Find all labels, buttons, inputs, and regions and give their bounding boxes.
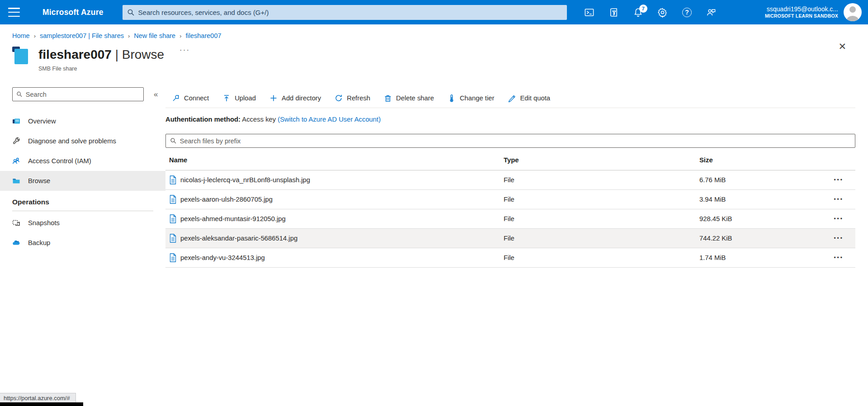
file-icon [169,175,177,184]
azure-brand[interactable]: Microsoft Azure [42,8,104,17]
auth-label: Authentication method: [165,116,241,123]
feedback-icon[interactable] [706,7,717,18]
file-prefix-search-input[interactable] [180,137,851,145]
top-bar-icons: 7 ? [584,7,717,18]
edit-quota-button[interactable]: Edit quota [502,91,556,105]
file-icon [169,234,177,243]
plus-icon [269,94,278,102]
connect-button[interactable]: Connect [166,91,214,105]
file-type: File [504,254,699,261]
sidebar-item-snapshots[interactable]: Snapshots [0,213,165,233]
global-search[interactable] [123,5,567,20]
upload-icon [222,94,231,102]
directory-filter-icon[interactable] [609,7,619,18]
row-menu-icon[interactable]: ••• [817,177,855,183]
cloud-shell-icon[interactable] [584,7,595,18]
sidebar-item-label: Access Control (IAM) [28,157,91,165]
account-tenant: MICROSOFT LEARN SANDBOX [765,13,838,19]
connect-icon [172,94,180,102]
upload-button[interactable]: Upload [217,91,261,105]
file-type: File [504,215,699,222]
file-name: nicolas-j-leclercq-va_nrBLonf8-unsplash.… [180,176,310,184]
table-header: Name Type Size [165,150,855,170]
browse-blade: Connect Upload Add directory Refresh Del… [165,87,868,268]
auth-value: Access key [242,116,276,123]
status-url-tooltip: https://portal.azure.com/# [0,393,76,402]
row-menu-icon[interactable]: ••• [817,255,855,261]
azure-top-bar: Microsoft Azure 7 ? ssquadri195@outlook.… [0,0,868,24]
sidebar-item-access-control[interactable]: Access Control (IAM) [0,151,165,171]
switch-auth-link[interactable]: (Switch to Azure AD User Account) [278,116,381,123]
add-directory-button[interactable]: Add directory [264,91,326,105]
notifications-bell-icon[interactable]: 7 [633,7,644,18]
sidebar-item-label: Snapshots [28,219,60,227]
trash-icon [384,94,392,102]
sidebar-item-label: Overview [28,118,56,125]
hamburger-menu-icon[interactable] [8,8,20,17]
close-icon[interactable]: ✕ [838,41,846,52]
breadcrumb-new-file-share[interactable]: New file share [134,32,175,39]
breadcrumb: Home › samplestore007 | File shares › Ne… [0,24,868,39]
breadcrumb-storage-account[interactable]: samplestore007 | File shares [40,32,124,39]
delete-share-button[interactable]: Delete share [378,91,439,105]
backup-cloud-icon [12,239,20,247]
account-menu[interactable]: ssquadri195@outlook.c... MICROSOFT LEARN… [765,5,838,19]
page-header: fileshare007 | Browse ··· ✕ [0,39,868,65]
more-commands-icon[interactable]: ··· [179,46,190,55]
overview-icon [12,117,20,125]
table-row[interactable]: nicolas-j-leclercq-va_nrBLonf8-unsplash.… [165,170,855,190]
sidebar-item-label: Browse [28,177,50,184]
people-icon [12,157,20,165]
table-row[interactable]: pexels-ahmed-muntasir-912050.jpg File 92… [165,209,855,229]
file-size: 1.74 MiB [699,254,817,261]
sidebar-item-label: Backup [28,239,50,246]
breadcrumb-fileshare007[interactable]: fileshare007 [186,32,222,39]
change-tier-button[interactable]: Change tier [442,91,500,105]
file-name: pexels-aaron-ulsh-2860705.jpg [180,196,273,203]
table-row[interactable]: pexels-aaron-ulsh-2860705.jpg File 3.94 … [165,190,855,209]
operations-section: Operations Snapshots Backup [0,198,165,253]
collapse-menu-icon[interactable]: « [154,90,158,99]
authentication-method: Authentication method: Access key (Switc… [165,116,855,123]
file-type: File [504,196,699,203]
menu-search[interactable] [12,87,144,101]
breadcrumb-home[interactable]: Home [12,32,30,39]
divider [12,211,153,211]
sidebar-item-overview[interactable]: Overview [0,111,165,131]
sidebar-item-diagnose[interactable]: Diagnose and solve problems [0,131,165,151]
avatar[interactable] [844,3,862,21]
row-menu-icon[interactable]: ••• [817,235,855,241]
file-size: 3.94 MiB [699,196,817,203]
menu-search-input[interactable] [26,91,140,98]
refresh-button[interactable]: Refresh [329,91,376,105]
settings-gear-icon[interactable] [657,7,668,18]
chevron-right-icon: › [128,33,130,39]
table-row[interactable]: pexels-aleksandar-pasaric-5686514.jpg Fi… [165,229,855,248]
refresh-icon [335,94,343,102]
search-icon [170,137,177,144]
file-icon [169,195,177,204]
file-name: pexels-ahmed-muntasir-912050.jpg [180,215,286,222]
help-icon[interactable]: ? [682,7,693,18]
column-header-size: Size [699,156,817,164]
chevron-right-icon: › [179,33,181,39]
file-prefix-search[interactable] [165,134,855,148]
bottom-edge-strip [0,402,83,406]
column-header-name: Name [169,156,504,164]
sidebar-item-browse[interactable]: Browse [0,171,165,191]
wrench-icon [12,137,20,145]
file-size: 928.45 KiB [699,215,817,222]
file-size: 6.76 MiB [699,176,817,184]
file-size: 744.22 KiB [699,235,817,242]
file-icon [169,214,177,223]
row-menu-icon[interactable]: ••• [817,216,855,222]
snapshot-icon [12,219,20,227]
global-search-input[interactable] [138,9,562,16]
pencil-icon [508,94,516,102]
folder-icon [12,177,20,185]
file-type: File [504,235,699,242]
table-row[interactable]: pexels-andy-vu-3244513.jpg File 1.74 MiB… [165,248,855,268]
file-type: File [504,176,699,184]
row-menu-icon[interactable]: ••• [817,196,855,203]
sidebar-item-backup[interactable]: Backup [0,233,165,253]
